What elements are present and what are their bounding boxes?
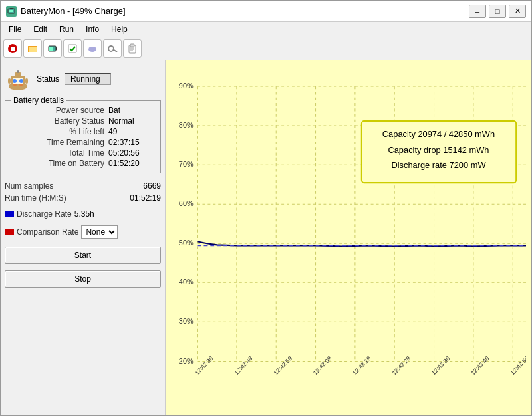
svg-rect-2 — [9, 10, 13, 12]
stats-section: Num samples 6669 Run time (H:M:S) 01:52:… — [5, 180, 161, 204]
num-samples-row: Num samples 6669 — [5, 180, 161, 192]
status-value: Running — [65, 73, 111, 85]
status-row: Status Running — [5, 64, 161, 94]
svg-rect-9 — [56, 47, 57, 50]
robot-icon — [5, 66, 31, 92]
discharge-color-indicator — [5, 211, 14, 217]
stop-button-row: Stop — [5, 270, 161, 288]
life-left-row: % Life left 49 — [11, 126, 155, 137]
titlebar-left: BatteryMon - [49% Charge] — [6, 6, 126, 17]
svg-rect-30 — [25, 78, 28, 84]
svg-point-15 — [108, 46, 114, 51]
svg-text:Discharge rate 7200 mW: Discharge rate 7200 mW — [391, 160, 486, 170]
toolbar — [1, 37, 531, 60]
svg-text:30%: 30% — [179, 317, 194, 325]
discharge-rate-row: Discharge Rate 5.35h — [5, 208, 161, 220]
svg-rect-32 — [19, 84, 23, 86]
maximize-button[interactable]: □ — [489, 5, 506, 18]
comparison-rate-label: Comparison Rate — [17, 227, 78, 237]
toolbar-btn-battery[interactable] — [43, 39, 62, 58]
comparison-rate-row: Comparison Rate None 5h 6h 7h 8h — [5, 224, 161, 240]
app-icon — [6, 6, 17, 17]
main-window: BatteryMon - [49% Charge] – □ ✕ File Edi… — [0, 0, 532, 416]
window-title: BatteryMon - [49% Charge] — [21, 6, 126, 16]
svg-rect-7 — [29, 47, 37, 52]
start-button-row: Start — [5, 247, 161, 264]
discharge-rate-label: Discharge Rate — [17, 209, 72, 219]
minimize-button[interactable]: – — [469, 5, 486, 18]
svg-rect-10 — [49, 47, 53, 51]
num-samples-label: Num samples — [5, 181, 53, 191]
svg-text:90%: 90% — [179, 82, 194, 90]
time-on-battery-label: Time on Battery — [11, 159, 104, 168]
time-on-battery-value: 01:52:20 — [108, 159, 155, 168]
svg-text:50%: 50% — [179, 239, 194, 247]
svg-rect-4 — [11, 47, 15, 51]
total-time-label: Total Time — [11, 148, 104, 157]
menu-edit[interactable]: Edit — [28, 23, 53, 35]
toolbar-btn-check[interactable] — [63, 39, 82, 58]
power-source-label: Power source — [11, 106, 104, 115]
time-remaining-row: Time Remaining 02:37:15 — [11, 137, 155, 148]
num-samples-value: 6669 — [143, 181, 161, 191]
time-remaining-label: Time Remaining — [11, 138, 104, 147]
toolbar-btn-cloud[interactable] — [83, 39, 102, 58]
run-time-row: Run time (H:M:S) 01:52:19 — [5, 192, 161, 204]
battery-details-title: Battery details — [11, 96, 66, 105]
svg-text:80%: 80% — [179, 121, 194, 129]
battery-status-row: Battery Status Normal — [11, 116, 155, 126]
svg-rect-1 — [10, 8, 13, 9]
svg-rect-33 — [171, 66, 526, 410]
titlebar-controls: – □ ✕ — [469, 5, 526, 18]
life-left-value: 49 — [108, 127, 155, 136]
toolbar-btn-stop[interactable] — [3, 39, 22, 58]
toolbar-btn-clipboard[interactable] — [123, 39, 142, 58]
svg-point-14 — [92, 47, 96, 51]
status-label: Status — [37, 74, 59, 84]
battery-details-group: Battery details Power source Bat Battery… — [5, 100, 161, 173]
left-panel: Status Running Battery details Power sou… — [1, 60, 166, 415]
menu-info[interactable]: Info — [80, 23, 104, 35]
toolbar-btn-key[interactable] — [103, 39, 122, 58]
comparison-color-indicator — [5, 229, 14, 235]
svg-text:70%: 70% — [179, 160, 194, 168]
svg-text:60%: 60% — [179, 199, 194, 207]
svg-rect-18 — [130, 44, 134, 47]
menu-help[interactable]: Help — [106, 23, 133, 35]
svg-rect-29 — [8, 78, 11, 84]
toolbar-btn-open[interactable] — [23, 39, 42, 58]
total-time-value: 05:20:56 — [108, 148, 155, 157]
svg-text:20%: 20% — [179, 356, 194, 364]
life-left-label: % Life left — [11, 127, 104, 136]
run-time-label: Run time (H:M:S) — [5, 193, 66, 203]
svg-point-26 — [19, 79, 23, 83]
menu-file[interactable]: File — [3, 23, 27, 35]
svg-point-28 — [17, 70, 19, 73]
content-area: Status Running Battery details Power sou… — [1, 60, 531, 415]
chart-svg: 90% 80% 70% 60% 50% 40% 30% 20% 12:42:39… — [171, 66, 526, 410]
stop-button[interactable]: Stop — [5, 270, 161, 288]
menubar: File Edit Run Info Help — [1, 22, 531, 37]
discharge-rate-value: 5.35h — [74, 209, 94, 219]
svg-point-25 — [13, 79, 17, 83]
svg-text:Capacity 20974 / 42850 mWh: Capacity 20974 / 42850 mWh — [382, 128, 495, 138]
titlebar: BatteryMon - [49% Charge] – □ ✕ — [1, 1, 531, 22]
total-time-row: Total Time 05:20:56 — [11, 148, 155, 158]
chart-area: 90% 80% 70% 60% 50% 40% 30% 20% 12:42:39… — [166, 60, 531, 415]
start-button[interactable]: Start — [5, 247, 161, 264]
power-source-row: Power source Bat — [11, 105, 155, 116]
battery-status-label: Battery Status — [11, 116, 104, 126]
svg-text:Capacity drop 15142 mWh: Capacity drop 15142 mWh — [388, 144, 489, 154]
battery-status-value: Normal — [108, 116, 155, 126]
power-source-value: Bat — [108, 106, 155, 115]
svg-text:40%: 40% — [179, 278, 194, 286]
comparison-rate-select[interactable]: None 5h 6h 7h 8h — [81, 225, 118, 239]
run-time-value: 01:52:19 — [130, 193, 161, 203]
menu-run[interactable]: Run — [54, 23, 79, 35]
svg-rect-31 — [13, 84, 17, 86]
time-on-battery-row: Time on Battery 01:52:20 — [11, 158, 155, 169]
svg-rect-11 — [68, 45, 76, 52]
time-remaining-value: 02:37:15 — [108, 138, 155, 147]
close-button[interactable]: ✕ — [509, 5, 526, 18]
